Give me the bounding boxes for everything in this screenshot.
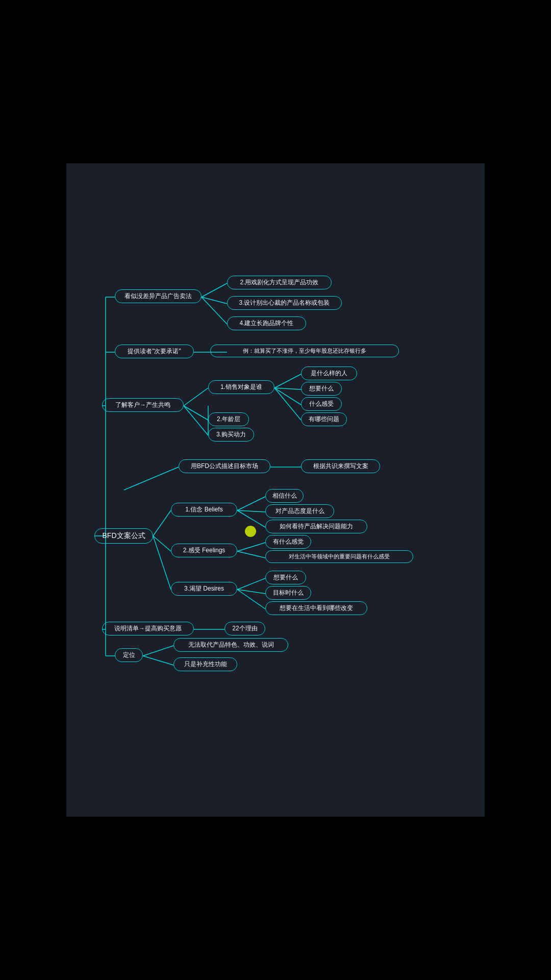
svg-line-10 [274, 388, 301, 420]
node-nianduan: 2.年龄层 [208, 412, 249, 426]
node-youhui: 有什么感觉 [265, 535, 311, 549]
node-mubiao: 目标时什么 [265, 586, 311, 600]
node-genju: 根据共识来撰写文案 [301, 459, 380, 473]
node-item4: 4.建立长跑品牌个性 [227, 316, 306, 330]
node-item3: 3.设计别出心裁的产品名称或包装 [227, 296, 342, 310]
node-shigan: 什么感受 [301, 397, 342, 411]
node-xiangzai: 想要在生活中看到哪些改变 [265, 601, 367, 615]
node-xiaoshou: 1.销售对象是谁 [208, 380, 274, 394]
node-duichanpin: 对产品态度是什么 [265, 504, 334, 518]
svg-line-1 [202, 297, 227, 304]
svg-line-22 [237, 590, 265, 594]
node-tigong-ex: 例：就算买了不涨停，至少每年股息还比存银行多 [210, 345, 399, 357]
screen: 看似没差异产品广告卖法 2.用戏剧化方式呈现产品功效 3.设计别出心裁的产品名称… [66, 163, 485, 817]
node-zhishi: 只是补充性功能 [173, 657, 237, 671]
node-ganjue: 2.感受 Feelings [171, 544, 237, 557]
svg-line-7 [274, 374, 301, 388]
svg-line-23 [237, 590, 265, 609]
svg-line-19 [237, 543, 265, 551]
node-liaojie: 了解客户→产生共鸣 [102, 398, 184, 412]
svg-line-16 [237, 497, 265, 510]
svg-line-2 [202, 297, 227, 324]
svg-line-8 [274, 388, 301, 389]
node-shuoming: 说明清单→提高购买意愿 [102, 622, 194, 635]
svg-line-15 [124, 467, 179, 490]
node-wufa: 无法取代产品特色、功效、说词 [173, 638, 288, 652]
node-shishi: 是什么样的人 [301, 366, 357, 380]
svg-line-21 [237, 578, 265, 590]
svg-line-9 [274, 388, 301, 405]
svg-line-20 [237, 551, 265, 558]
svg-line-17 [237, 510, 265, 512]
node-ruhe: 如何看待产品解决问题能力 [265, 520, 367, 533]
node-goumai: 3.购买动力 [208, 428, 254, 442]
svg-line-4 [184, 388, 208, 406]
svg-line-26 [143, 656, 173, 665]
node-bfd: BFD文案公式 [94, 528, 153, 544]
svg-line-18 [237, 510, 265, 527]
node-xinnian: 1.信念 Beliefs [171, 503, 237, 517]
node-dingwei: 定位 [115, 648, 143, 662]
node-kansi: 看似没差异产品广告卖法 [115, 289, 202, 303]
svg-line-12 [153, 510, 171, 536]
node-yuwang: 3.渴望 Desires [171, 582, 237, 596]
svg-line-25 [143, 646, 173, 656]
node-youna: 有哪些问题 [301, 412, 347, 426]
node-bfd-desc: 用BFD公式描述目标市场 [179, 459, 270, 473]
svg-line-6 [184, 406, 208, 435]
node-xiangxin: 相信什么 [265, 489, 304, 503]
cursor-pointer [245, 526, 256, 537]
node-tigong: 提供读者"次要承诺" [115, 345, 194, 358]
svg-line-0 [202, 283, 227, 297]
node-xiangyo: 想要什么 [301, 382, 342, 396]
node-duishenghuo: 对生活中等领域中的重要问题有什么感受 [265, 550, 413, 563]
node-22: 22个理由 [224, 622, 265, 635]
node-item2: 2.用戏剧化方式呈现产品功效 [227, 276, 332, 289]
node-xiangyo2: 想要什么 [265, 571, 306, 584]
mindmap-container: 看似没差异产品广告卖法 2.用戏剧化方式呈现产品功效 3.设计别出心裁的产品名称… [77, 276, 474, 704]
svg-line-5 [184, 406, 208, 420]
